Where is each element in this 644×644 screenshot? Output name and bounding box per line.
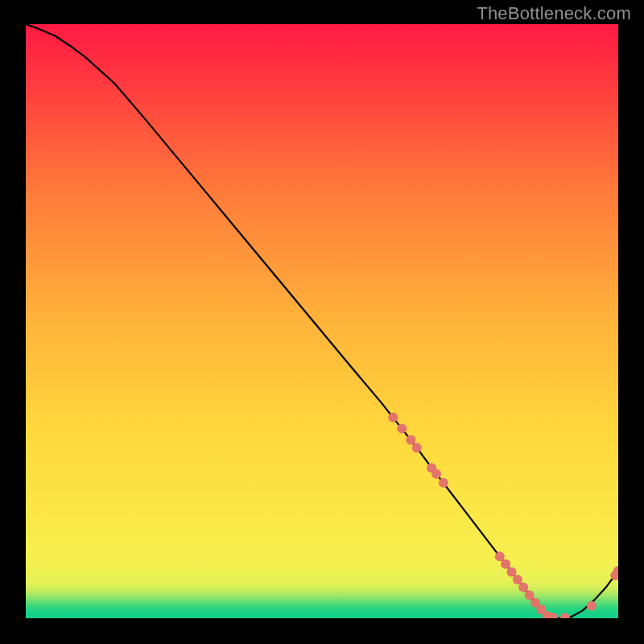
data-marker xyxy=(501,559,510,569)
data-marker xyxy=(412,443,422,452)
data-marker xyxy=(439,478,448,488)
data-marker xyxy=(431,469,441,479)
chart-svg xyxy=(26,24,618,618)
data-marker xyxy=(525,590,535,600)
data-marker xyxy=(406,436,415,445)
chart-container: TheBottleneck.com xyxy=(0,0,644,644)
plot-area xyxy=(26,24,618,618)
gradient-background xyxy=(26,24,618,618)
data-marker xyxy=(587,601,597,611)
data-marker xyxy=(507,567,517,576)
data-marker xyxy=(388,413,398,423)
data-marker xyxy=(495,551,505,561)
watermark-text: TheBottleneck.com xyxy=(477,3,631,24)
data-marker xyxy=(397,424,407,434)
data-marker xyxy=(518,583,528,592)
data-marker xyxy=(513,575,522,584)
